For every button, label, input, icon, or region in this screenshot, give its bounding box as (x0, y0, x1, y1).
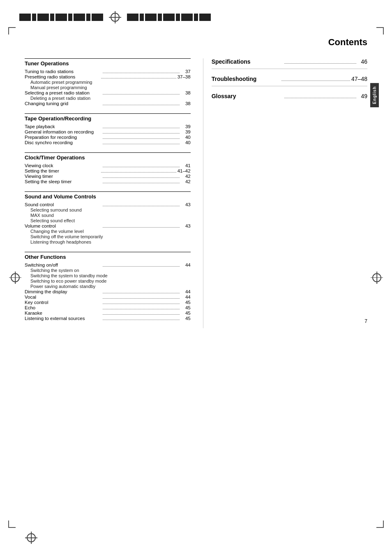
toc-entry-label: Selecting a preset radio station (25, 90, 101, 95)
toc-page-number: 42 (181, 179, 191, 184)
toc-section-tuner-operations: Tuner OperationsTuning to radio stations… (25, 58, 191, 106)
toc-entry: Sound control43 (25, 202, 191, 207)
toc-entry-label: Presetting radio stations (25, 74, 100, 79)
bar-block (127, 14, 138, 21)
toc-sub-entry: Switching the system on (25, 268, 191, 273)
toc-page-number: 45 (181, 305, 191, 310)
toc-entry: Echo45 (25, 305, 191, 310)
toc-dots (103, 105, 180, 105)
toc-dots (103, 304, 180, 304)
right-toc-entry: Specifications46 (212, 58, 367, 69)
toc-sub-entry: Deleting a preset radio station (25, 96, 191, 101)
bar-segment-right (127, 14, 211, 21)
page-number: 7 (364, 318, 367, 324)
right-toc-entry: Troubleshooting47–48 (212, 76, 367, 86)
toc-entry-label: Preparation for recording (25, 135, 101, 140)
toc-entry: Tape playback39 (25, 124, 191, 129)
section-divider (25, 113, 191, 114)
toc-entry-label: Switching on/off (25, 263, 101, 267)
bar-block (86, 14, 90, 21)
right-toc-entry: Glossary49 (212, 93, 367, 103)
bar-block (50, 14, 54, 21)
toc-dots (103, 73, 180, 73)
toc-entry: Key control45 (25, 300, 191, 305)
corner-mark-tl (8, 27, 16, 35)
toc-dots (101, 78, 176, 78)
toc-entry-label: Dimming the display (25, 289, 101, 294)
toc-entry: Viewing timer42 (25, 174, 191, 179)
toc-page-number: 45 (181, 316, 191, 321)
toc-entry: Setting the sleep timer42 (25, 179, 191, 184)
toc-dots (103, 266, 180, 267)
toc-entry-label: Echo (25, 305, 101, 310)
toc-dots (103, 144, 180, 144)
bar-block (199, 14, 211, 21)
toc-dots (281, 81, 350, 81)
toc-dots (103, 133, 180, 134)
toc-sub-entry: MAX sound (25, 213, 191, 218)
section-divider (25, 58, 191, 59)
toc-entry-label: Viewing timer (25, 174, 101, 179)
toc-dots (103, 227, 180, 228)
toc-dots (284, 98, 356, 98)
bar-block (176, 14, 180, 21)
toc-entry: Changing tuning grid38 (25, 101, 191, 106)
toc-entry: Preparation for recording40 (25, 135, 191, 140)
bar-block (181, 14, 193, 21)
bar-block (92, 14, 103, 21)
bottom-decorative-bar (0, 532, 392, 543)
toc-entry-label: Viewing clock (25, 163, 101, 168)
toc-entry-label: General information on recording (25, 129, 101, 134)
bar-segment-left (19, 14, 103, 21)
toc-entry: Selecting a preset radio station38 (25, 90, 191, 95)
toc-entry-label: Karaoke (25, 311, 101, 315)
toc-entry-label: Tape playback (25, 124, 101, 129)
toc-entry: Presetting radio stations37–38 (25, 74, 191, 79)
toc-entry-label: Vocal (25, 295, 101, 299)
toc-section-other-functions: Other FunctionsSwitching on/off44Switchi… (25, 252, 191, 321)
toc-page-number: 41 (181, 163, 191, 168)
toc-entry: Viewing clock41 (25, 163, 191, 168)
toc-entry: Tuning to radio stations37 (25, 69, 191, 74)
bar-block (74, 14, 85, 21)
toc-entry: Specifications46 (212, 58, 367, 65)
toc-page-number: 45 (181, 300, 191, 305)
toc-entry-label: Disc synchro recording (25, 140, 101, 145)
toc-dots (103, 177, 180, 178)
corner-mark-tr (376, 27, 384, 35)
section-divider (25, 152, 191, 153)
section-divider (25, 252, 191, 252)
toc-dots (103, 183, 180, 183)
toc-entry-label: Sound control (25, 202, 101, 207)
toc-dots (103, 298, 180, 299)
toc-entry: Glossary49 (212, 93, 367, 99)
toc-entry: Dimming the display44 (25, 289, 191, 294)
toc-dots (284, 63, 356, 64)
bar-block (19, 14, 31, 21)
toc-entry-label: Listening to external sources (25, 316, 101, 321)
toc-entry-label: Setting the timer (25, 168, 100, 173)
toc-entry: Karaoke45 (25, 311, 191, 315)
toc-dots (103, 309, 180, 309)
toc-sub-entry: Switching off the volume temporarily (25, 234, 191, 239)
toc-layout: Tuner OperationsTuning to radio stations… (25, 58, 367, 328)
toc-entry-label: Troubleshooting (212, 76, 280, 82)
toc-page-number: 41–42 (178, 168, 191, 173)
toc-entry-label: Setting the sleep timer (25, 179, 101, 184)
toc-section-sound-volume: Sound and Volume ControlsSound control43… (25, 191, 191, 244)
toc-page-number: 44 (181, 263, 191, 267)
toc-sub-entry: Switching the system to standby mode (25, 273, 191, 278)
toc-right-column: English Specifications46Troubleshooting4… (203, 58, 367, 328)
toc-page-number: 49 (357, 93, 367, 99)
toc-entry-label: Glossary (212, 93, 284, 99)
toc-dots (103, 320, 180, 320)
toc-page-number: 43 (181, 202, 191, 207)
toc-sub-entry: Manual preset programming (25, 85, 191, 90)
section-title: Tuner Operations (25, 60, 191, 67)
main-content: Contents Tuner OperationsTuning to radio… (25, 37, 367, 518)
bar-block (194, 14, 198, 21)
toc-entry: Disc synchro recording40 (25, 140, 191, 145)
corner-mark-br (376, 520, 384, 528)
toc-page-number: 43 (181, 223, 191, 228)
toc-sub-entry: Listening through headphones (25, 240, 191, 244)
